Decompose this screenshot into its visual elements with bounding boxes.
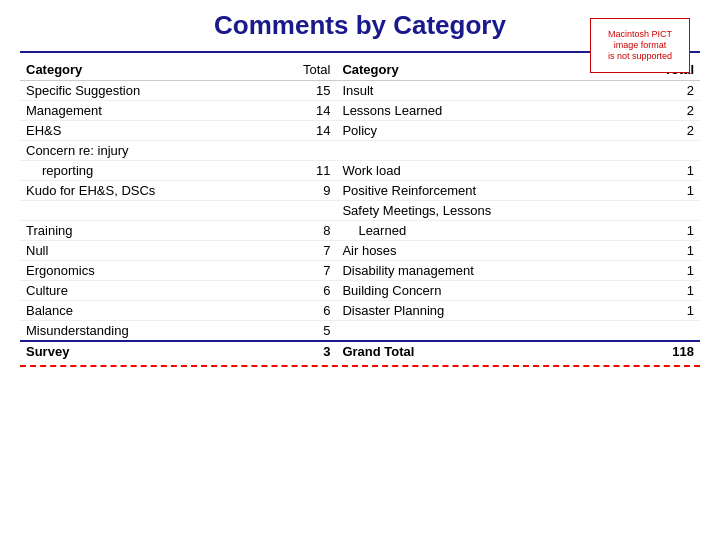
cell-total2: 1 <box>633 281 700 301</box>
cell-cat2: Insult <box>336 81 632 101</box>
cell-total2: 2 <box>633 121 700 141</box>
table-row: Kudo for EH&S, DSCs9Positive Reinforceme… <box>20 181 700 201</box>
cell-total1: 14 <box>269 121 336 141</box>
cell-total1: 11 <box>269 161 336 181</box>
cell-total2: 1 <box>633 181 700 201</box>
cell-total2 <box>633 201 700 221</box>
cell-cat2: Lessons Learned <box>336 101 632 121</box>
cell-total1: 7 <box>269 241 336 261</box>
table-row: Culture6Building Concern1 <box>20 281 700 301</box>
cell-cat1: reporting <box>20 161 269 181</box>
cell-cat1: EH&S <box>20 121 269 141</box>
cell-total1 <box>269 201 336 221</box>
bottom-dashed-line <box>20 365 700 367</box>
table-row: Balance6Disaster Planning1 <box>20 301 700 321</box>
table-row: Ergonomics7Disability management1 <box>20 261 700 281</box>
cell-cat1: Ergonomics <box>20 261 269 281</box>
cell-total2: 1 <box>633 261 700 281</box>
cell-cat1: Specific Suggestion <box>20 81 269 101</box>
cell-total1: 14 <box>269 101 336 121</box>
cell-cat1: Balance <box>20 301 269 321</box>
cell-cat2: Work load <box>336 161 632 181</box>
cell-total2: 2 <box>633 81 700 101</box>
cell-cat1: Kudo for EH&S, DSCs <box>20 181 269 201</box>
cell-total1: 5 <box>269 321 336 342</box>
header-total1: Total <box>269 59 336 81</box>
cell-total1: 8 <box>269 221 336 241</box>
cell-cat2: Disability management <box>336 261 632 281</box>
table-row: Specific Suggestion15Insult2 <box>20 81 700 101</box>
cell-total1 <box>269 141 336 161</box>
cell-total2 <box>633 141 700 161</box>
data-table-wrapper: Category Total Category Total Specific S… <box>20 59 700 530</box>
cell-total1: 6 <box>269 281 336 301</box>
table-row: Management14Lessons Learned2 <box>20 101 700 121</box>
cell-total2: 118 <box>633 341 700 361</box>
cell-cat2: Learned <box>336 221 632 241</box>
cell-cat2: Grand Total <box>336 341 632 361</box>
cell-cat2: Building Concern <box>336 281 632 301</box>
cell-total2: 2 <box>633 101 700 121</box>
table-row: Misunderstanding5 <box>20 321 700 342</box>
table-row: Null7Air hoses1 <box>20 241 700 261</box>
table-row: reporting11Work load1 <box>20 161 700 181</box>
cell-cat2: Policy <box>336 121 632 141</box>
cell-cat2: Positive Reinforcement <box>336 181 632 201</box>
cell-cat1: Survey <box>20 341 269 361</box>
table-row: Survey3Grand Total118 <box>20 341 700 361</box>
cell-cat2 <box>336 141 632 161</box>
table-row: Training8Learned1 <box>20 221 700 241</box>
cell-total1: 7 <box>269 261 336 281</box>
cell-cat1: Management <box>20 101 269 121</box>
cell-total2: 1 <box>633 161 700 181</box>
cell-cat1: Null <box>20 241 269 261</box>
table-row: Safety Meetings, Lessons <box>20 201 700 221</box>
cell-total2: 1 <box>633 221 700 241</box>
cell-cat1: Misunderstanding <box>20 321 269 342</box>
cell-cat1: Culture <box>20 281 269 301</box>
cell-cat1: Concern re: injury <box>20 141 269 161</box>
cell-cat1 <box>20 201 269 221</box>
cell-cat2: Disaster Planning <box>336 301 632 321</box>
cell-total2 <box>633 321 700 342</box>
cell-total1: 15 <box>269 81 336 101</box>
cell-total1: 3 <box>269 341 336 361</box>
cell-cat1: Training <box>20 221 269 241</box>
cell-total1: 6 <box>269 301 336 321</box>
header-cat1: Category <box>20 59 269 81</box>
table-row: EH&S14Policy2 <box>20 121 700 141</box>
category-table: Category Total Category Total Specific S… <box>20 59 700 361</box>
cell-total1: 9 <box>269 181 336 201</box>
cell-total2: 1 <box>633 301 700 321</box>
cell-cat2: Air hoses <box>336 241 632 261</box>
table-row: Concern re: injury <box>20 141 700 161</box>
header-cat2: Category <box>336 59 632 81</box>
cell-cat2 <box>336 321 632 342</box>
cell-cat2: Safety Meetings, Lessons <box>336 201 632 221</box>
cell-total2: 1 <box>633 241 700 261</box>
pict-placeholder: Macintosh PICTimage formatis not support… <box>590 18 690 73</box>
